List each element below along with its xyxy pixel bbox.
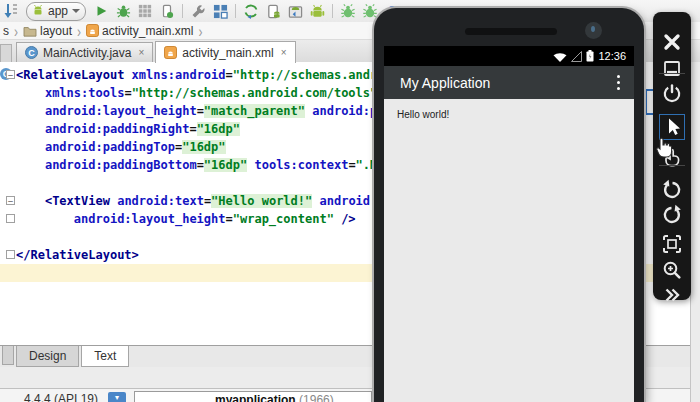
editor-gutter <box>0 156 16 174</box>
folder-icon <box>23 25 37 37</box>
editor-scroll-column[interactable] <box>690 62 700 402</box>
attach-profiler-button[interactable] <box>158 2 176 20</box>
fold-marker-icon[interactable] <box>6 214 15 223</box>
toolbar-separator <box>659 165 685 166</box>
editor-gutter <box>0 174 16 192</box>
rotate-left-icon[interactable] <box>660 178 684 202</box>
code-text: xmlns:tools="http://schemas.android.com/… <box>16 84 406 102</box>
run-configuration-dropdown[interactable]: app <box>26 2 86 21</box>
debug-button[interactable] <box>114 2 132 20</box>
class-icon: C <box>25 46 38 59</box>
chevron-down-icon <box>72 9 80 13</box>
code-text: </RelativeLayout> <box>16 246 139 264</box>
battery-icon <box>586 50 594 62</box>
screenshot-icon[interactable] <box>660 232 684 256</box>
xml-file-icon <box>86 24 99 37</box>
android-studio-window: app <box>0 0 700 402</box>
wifi-icon <box>553 51 567 62</box>
device-filter-button[interactable]: ▾ <box>108 392 126 402</box>
tab-activity-main-xml[interactable]: activity_main.xml × <box>155 41 295 63</box>
close-icon[interactable] <box>660 30 684 54</box>
breadcrumb-separator: › <box>14 21 18 41</box>
toolbar-separator <box>659 73 685 74</box>
editor-gutter <box>0 102 16 120</box>
rotate-right-icon[interactable] <box>660 203 684 227</box>
android-action-bar: My Application <box>384 66 634 99</box>
tab-design[interactable]: Design <box>16 346 79 367</box>
code-text: <RelativeLayout xmlns:android="http://sc… <box>16 66 406 84</box>
editor-gutter <box>0 210 16 228</box>
avd-wrench-button[interactable] <box>189 2 207 20</box>
tab-stub <box>2 346 14 365</box>
phone-speaker <box>465 28 557 35</box>
device-manager-button[interactable] <box>264 2 282 20</box>
fold-marker-icon[interactable] <box>6 250 15 259</box>
device-monitor-button[interactable] <box>361 2 379 20</box>
run-button[interactable] <box>92 2 110 20</box>
coverage-button[interactable] <box>136 2 154 20</box>
fold-marker-icon[interactable]: − <box>6 70 15 79</box>
signal-icon <box>571 51 582 62</box>
device-selector[interactable]: 4.4.4 (API 19) <box>24 392 98 402</box>
zoom-in-icon[interactable] <box>660 258 684 282</box>
code-text: android:layout_height="match_parent" and… <box>16 102 406 120</box>
emulator-screen[interactable]: 12:36 My Application Hello world! <box>384 46 634 402</box>
code-text: android:paddingTop="16dp" <box>16 138 226 156</box>
android-status-bar: 12:36 <box>384 46 634 66</box>
editor-gutter <box>0 264 16 282</box>
code-text: <TextView android:text="Hello world!" an… <box>16 192 406 210</box>
android-monitor-button[interactable] <box>339 2 357 20</box>
tab-close-icon[interactable]: × <box>138 47 144 58</box>
more-icon[interactable] <box>660 283 684 307</box>
code-text: android:paddingBottom="16dp" tools:conte… <box>16 156 406 174</box>
tab-close-icon[interactable]: × <box>281 47 287 58</box>
overflow-menu-icon[interactable] <box>617 75 620 93</box>
toolbar-separator <box>182 4 183 18</box>
code-text: android:layout_height="wrap_content" /> <box>16 210 356 228</box>
sdk-manager-button[interactable] <box>286 2 304 20</box>
process-selector[interactable]: myapplication (1966) <box>134 391 372 402</box>
breadcrumb-item-layout[interactable]: layout <box>23 24 72 38</box>
hello-world-text: Hello world! <box>397 109 449 120</box>
run-config-label: app <box>48 4 68 18</box>
process-pid: (1966) <box>299 393 334 402</box>
editor-gutter <box>0 84 16 102</box>
editor-gutter <box>0 228 16 246</box>
toolbar-separator <box>332 4 333 18</box>
edit-lines-icon[interactable] <box>2 2 20 20</box>
project-structure-button[interactable] <box>211 2 229 20</box>
breadcrumb-item-file[interactable]: activity_main.xml <box>86 24 193 38</box>
power-icon[interactable] <box>660 82 684 106</box>
tab-text[interactable]: Text <box>81 346 129 367</box>
breadcrumb-separator: › <box>77 21 81 41</box>
avd-manager-button[interactable] <box>308 2 326 20</box>
toolbar-separator <box>235 4 236 18</box>
gradle-sync-button[interactable] <box>242 2 260 20</box>
tab-stub <box>0 44 12 62</box>
code-text: android:paddingRight="16dp" <box>16 120 240 138</box>
editor-gutter <box>0 120 16 138</box>
editor-gutter <box>0 246 16 264</box>
fold-marker-icon[interactable]: − <box>6 196 15 205</box>
mouse-cursor <box>654 136 673 162</box>
phone-camera <box>585 22 602 39</box>
app-content: Hello world! <box>384 99 634 130</box>
emulator-window: 12:36 My Application Hello world! <box>374 8 644 402</box>
breadcrumb-separator: › <box>198 21 202 41</box>
status-time: 12:36 <box>598 50 626 62</box>
editor-gutter: C− <box>0 66 16 84</box>
editor-gutter <box>0 138 16 156</box>
xml-file-icon <box>164 46 177 59</box>
process-name: myapplication <box>215 393 296 402</box>
breadcrumb-item-res[interactable]: s <box>3 24 9 38</box>
editor-gutter: − <box>0 192 16 210</box>
tab-mainactivity-java[interactable]: C MainActivity.java × <box>16 42 153 62</box>
android-robot-icon <box>32 4 44 19</box>
app-title: My Application <box>400 75 490 91</box>
minimize-icon[interactable] <box>660 57 684 81</box>
